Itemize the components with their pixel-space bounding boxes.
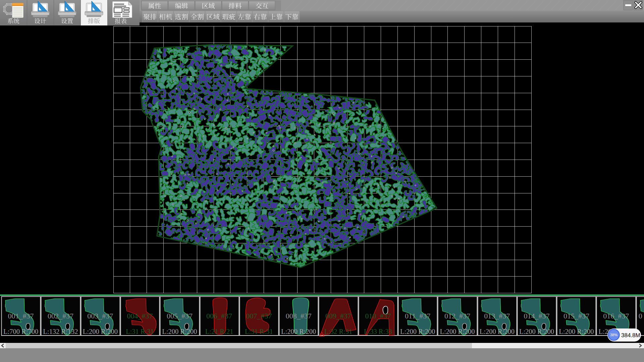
svg-text:002_#37: 002_#37 xyxy=(48,312,73,320)
svg-text:014_#37: 014_#37 xyxy=(524,312,550,320)
svg-text:L:31 R:31: L:31 R:31 xyxy=(245,328,273,335)
svg-text:L:200 R:200: L:200 R:200 xyxy=(519,328,554,335)
svg-text:L:200 R:200: L:200 R:200 xyxy=(162,328,197,335)
svg-text:L:200 R:200: L:200 R:200 xyxy=(400,328,435,335)
svg-text:004_#37: 004_#37 xyxy=(127,312,153,320)
svg-text:005_#37: 005_#37 xyxy=(167,312,193,320)
svg-text:L:21 R:21: L:21 R:21 xyxy=(205,328,233,335)
svg-text:016_#37: 016_#37 xyxy=(603,312,629,320)
svg-text:009_#37: 009_#37 xyxy=(325,312,351,320)
svg-text:L:32 R:31: L:32 R:31 xyxy=(324,328,353,335)
svg-text:L:33 R:33: L:33 R:33 xyxy=(364,328,392,335)
svg-text:L:132 R:132: L:132 R:132 xyxy=(43,328,78,335)
svg-text:006_#37: 006_#37 xyxy=(206,312,232,320)
svg-text:013_#37: 013_#37 xyxy=(484,312,510,320)
svg-text:L:200 R:200: L:200 R:200 xyxy=(440,328,475,335)
svg-text:001_#37: 001_#37 xyxy=(8,312,34,320)
svg-text:L:200 R:200: L:200 R:200 xyxy=(559,328,594,335)
svg-text:011_#37: 011_#37 xyxy=(405,312,430,320)
svg-text:0: 0 xyxy=(639,312,642,320)
svg-text:015_#37: 015_#37 xyxy=(564,312,589,320)
svg-text:L:31 R:31: L:31 R:31 xyxy=(126,328,154,335)
svg-text:012_#37: 012_#37 xyxy=(444,312,470,320)
svg-text:L:200 R:200: L:200 R:200 xyxy=(83,328,118,335)
svg-text:007_#37: 007_#37 xyxy=(246,312,272,320)
svg-text:008_#37: 008_#37 xyxy=(286,312,312,320)
svg-text:003_#37: 003_#37 xyxy=(87,312,113,320)
svg-text:38%: 38% xyxy=(610,333,618,337)
svg-text:L:200 R:200: L:200 R:200 xyxy=(480,328,515,335)
svg-text:L:200 R:200: L:200 R:200 xyxy=(281,328,316,335)
svg-text:L:700 R:700: L:700 R:700 xyxy=(3,328,38,335)
svg-text:384.8M: 384.8M xyxy=(621,332,640,339)
svg-text:010_#37: 010_#37 xyxy=(365,312,391,320)
